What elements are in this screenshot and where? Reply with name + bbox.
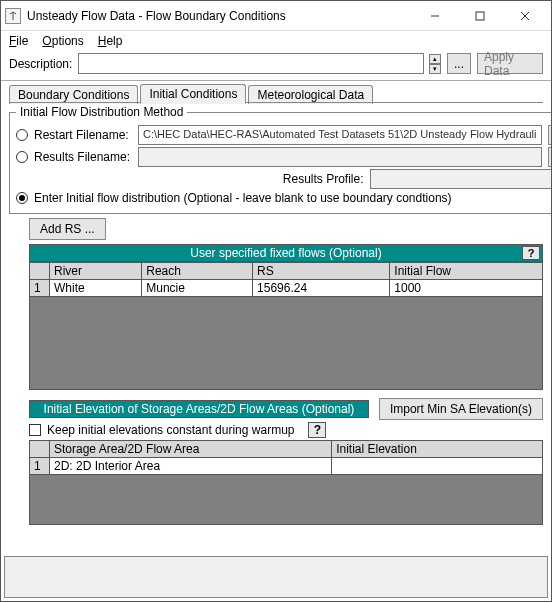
initial-flow-distribution-group: Initial Flow Distribution Method Restart… bbox=[9, 105, 552, 214]
radio-restart-filename[interactable] bbox=[16, 129, 28, 141]
restart-filename-label: Restart Filename: bbox=[34, 128, 132, 142]
fixed-flows-header: User specified fixed flows (Optional) ? bbox=[29, 244, 543, 262]
results-filename-browse-button[interactable] bbox=[548, 147, 552, 167]
close-button[interactable] bbox=[502, 2, 547, 30]
table-row[interactable]: 1 2D: 2D Interior Area bbox=[30, 458, 543, 475]
maximize-button[interactable] bbox=[457, 2, 502, 30]
chevron-down-icon[interactable]: ▾ bbox=[429, 64, 441, 74]
tab-initial-conditions[interactable]: Initial Conditions bbox=[140, 84, 246, 104]
restart-filename-browse-button[interactable] bbox=[548, 125, 552, 145]
tab-body: Initial Flow Distribution Method Restart… bbox=[9, 103, 543, 525]
group-legend: Initial Flow Distribution Method bbox=[16, 105, 187, 119]
keep-elevations-help-button[interactable]: ? bbox=[308, 422, 326, 438]
elevation-table[interactable]: Storage Area/2D Flow Area Initial Elevat… bbox=[29, 440, 543, 475]
import-min-sa-button[interactable]: Import Min SA Elevation(s) bbox=[379, 398, 543, 420]
menu-file[interactable]: File bbox=[9, 34, 28, 48]
tabs: Boundary Conditions Initial Conditions M… bbox=[1, 83, 551, 103]
menu-options[interactable]: Options bbox=[42, 34, 83, 48]
menu-help[interactable]: Help bbox=[98, 34, 123, 48]
keep-elevations-checkbox[interactable] bbox=[29, 424, 41, 436]
results-profile-select[interactable] bbox=[370, 169, 552, 189]
menubar: File Options Help bbox=[1, 31, 551, 51]
results-filename-field[interactable] bbox=[138, 147, 542, 167]
app-icon bbox=[5, 8, 21, 24]
description-row: Description: ▴ ▾ ... Apply Data bbox=[1, 51, 551, 81]
table-row[interactable]: 1 White Muncie 15696.24 1000 bbox=[30, 280, 543, 297]
col-initial-flow: Initial Flow bbox=[390, 263, 543, 280]
status-bar bbox=[4, 556, 548, 598]
description-spinner[interactable]: ▴ ▾ bbox=[429, 54, 441, 74]
results-profile-label: Results Profile: bbox=[283, 172, 364, 186]
fixed-flows-help-button[interactable]: ? bbox=[522, 246, 540, 260]
keep-elevations-label: Keep initial elevations constant during … bbox=[47, 423, 294, 437]
fixed-flows-grid-area bbox=[29, 297, 543, 390]
results-filename-label: Results Filename: bbox=[34, 150, 132, 164]
description-input[interactable] bbox=[78, 53, 424, 74]
col-rs: RS bbox=[253, 263, 390, 280]
window-title: Unsteady Flow Data - Flow Boundary Condi… bbox=[27, 9, 412, 23]
radio-results-filename[interactable] bbox=[16, 151, 28, 163]
add-rs-button[interactable]: Add RS ... bbox=[29, 218, 106, 240]
description-more-button[interactable]: ... bbox=[447, 53, 471, 74]
svg-rect-1 bbox=[476, 12, 484, 20]
minimize-button[interactable] bbox=[412, 2, 457, 30]
apply-data-button[interactable]: Apply Data bbox=[477, 53, 543, 74]
elevation-grid-area bbox=[29, 475, 543, 525]
fixed-flows-table[interactable]: River Reach RS Initial Flow 1 White Munc… bbox=[29, 262, 543, 297]
col-initial-elevation: Initial Elevation bbox=[332, 441, 543, 458]
col-storage-area: Storage Area/2D Flow Area bbox=[50, 441, 332, 458]
chevron-up-icon[interactable]: ▴ bbox=[429, 54, 441, 64]
description-label: Description: bbox=[9, 57, 72, 71]
col-river: River bbox=[50, 263, 142, 280]
enter-initial-flow-label: Enter Initial flow distribution (Optiona… bbox=[34, 191, 452, 205]
titlebar: Unsteady Flow Data - Flow Boundary Condi… bbox=[1, 1, 551, 31]
radio-enter-initial-flow[interactable] bbox=[16, 192, 28, 204]
elevation-header: Initial Elevation of Storage Areas/2D Fl… bbox=[29, 400, 369, 418]
restart-filename-field[interactable]: C:\HEC Data\HEC-RAS\Automated Test Datas… bbox=[138, 125, 542, 145]
col-reach: Reach bbox=[142, 263, 253, 280]
